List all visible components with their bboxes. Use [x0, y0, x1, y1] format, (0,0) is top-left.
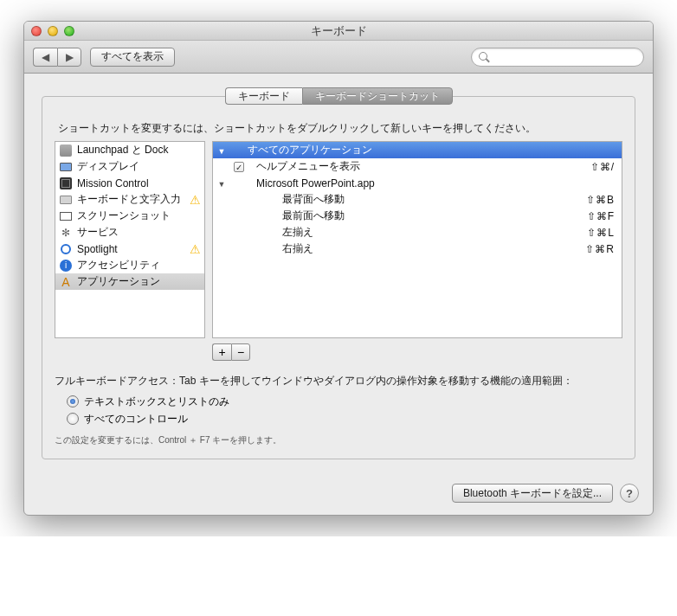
- checkbox-icon[interactable]: ✓: [234, 162, 244, 172]
- subgroup-label: Microsoft PowerPoint.app: [248, 177, 615, 189]
- search-field[interactable]: [471, 48, 644, 67]
- window-title: キーボード: [24, 23, 653, 39]
- bluetooth-setup-button[interactable]: Bluetooth キーボードを設定...: [452, 484, 613, 503]
- shortcut-keys: ⇧⌘/: [590, 161, 615, 173]
- close-icon[interactable]: [31, 26, 42, 36]
- gear-icon: ✻: [59, 226, 73, 240]
- add-button[interactable]: +: [212, 343, 231, 361]
- shortcut-label: 最背面へ移動: [248, 192, 586, 207]
- fka-opt1-label: テキストボックスとリストのみ: [84, 395, 229, 409]
- shortcut-label: ヘルプメニューを表示: [248, 159, 590, 174]
- preferences-window: キーボード ◀ ▶ すべてを表示 キーボード キーボードショートカット ショート…: [23, 21, 654, 516]
- fka-label: フルキーボードアクセス：Tab キーを押してウインドウやダイアログ内の操作対象を…: [55, 373, 622, 389]
- category-row[interactable]: ディスプレイ: [55, 158, 204, 175]
- shortcut-label: 左揃え: [248, 225, 587, 240]
- category-label: スクリーンショット: [77, 209, 171, 223]
- instruction-text: ショートカットを変更するには、ショートカットをダブルクリックして新しいキーを押し…: [58, 121, 622, 136]
- chevron-left-icon: ◀: [42, 51, 49, 63]
- category-row[interactable]: Mission Control: [55, 175, 204, 191]
- shortcuts-panel: ショートカットを変更するには、ショートカットをダブルクリックして新しいキーを押し…: [42, 96, 635, 459]
- shortcut-row[interactable]: 最背面へ移動⇧⌘B: [213, 191, 622, 208]
- fka-opt2-label: すべてのコントロール: [84, 412, 188, 427]
- shortcut-keys: ⇧⌘L: [587, 227, 615, 239]
- titlebar[interactable]: キーボード: [24, 22, 653, 41]
- zoom-icon[interactable]: [64, 26, 74, 36]
- category-list[interactable]: Launchpad と DockディスプレイMission Controlキーボ…: [55, 141, 205, 338]
- launchpad-icon: [59, 144, 73, 157]
- tab-keyboard[interactable]: キーボード: [225, 87, 302, 105]
- category-row[interactable]: ✻サービス: [55, 224, 204, 241]
- shortcut-subgroup-header[interactable]: Microsoft PowerPoint.app: [213, 175, 622, 191]
- remove-button[interactable]: −: [231, 343, 250, 361]
- category-row[interactable]: Spotlight⚠: [55, 241, 204, 257]
- radio-icon: [67, 413, 79, 425]
- shortcut-row[interactable]: 右揃え⇧⌘R: [213, 241, 622, 257]
- category-label: サービス: [77, 225, 119, 240]
- shortcut-list[interactable]: すべてのアプリケーション✓ヘルプメニューを表示⇧⌘/Microsoft Powe…: [212, 141, 622, 338]
- display-icon: [59, 160, 73, 174]
- shortcut-row[interactable]: ✓ヘルプメニューを表示⇧⌘/: [213, 158, 622, 175]
- help-button[interactable]: ?: [620, 484, 639, 503]
- shortcut-row[interactable]: 左揃え⇧⌘L: [213, 224, 622, 241]
- category-label: アクセシビリティ: [77, 258, 160, 273]
- minimize-icon[interactable]: [48, 26, 58, 36]
- warning-icon: ⚠: [190, 242, 201, 256]
- shortcut-row[interactable]: 最前面へ移動⇧⌘F: [213, 208, 622, 224]
- forward-button[interactable]: ▶: [57, 48, 81, 67]
- back-button[interactable]: ◀: [33, 48, 57, 67]
- fka-radio-all-controls[interactable]: すべてのコントロール: [67, 410, 622, 427]
- search-input[interactable]: [492, 51, 636, 63]
- shortcut-keys: ⇧⌘B: [586, 194, 615, 206]
- disclosure-icon: [213, 177, 230, 189]
- category-label: Spotlight: [77, 243, 118, 255]
- keyboard-icon: [59, 193, 73, 207]
- category-row[interactable]: Aアプリケーション: [55, 273, 204, 290]
- category-row[interactable]: スクリーンショット: [55, 208, 204, 224]
- tab-shortcuts[interactable]: キーボードショートカット: [302, 87, 453, 105]
- fka-hint: この設定を変更するには、Control ＋ F7 キーを押します。: [55, 434, 622, 446]
- category-label: キーボードと文字入力: [77, 192, 181, 207]
- category-row[interactable]: Launchpad と Dock: [55, 142, 204, 158]
- show-all-button[interactable]: すべてを表示: [90, 48, 175, 67]
- shortcut-keys: ⇧⌘R: [585, 243, 615, 255]
- mission-icon: [59, 176, 73, 190]
- search-icon: [479, 52, 488, 62]
- category-row[interactable]: iアクセシビリティ: [55, 257, 204, 273]
- shortcut-keys: ⇧⌘F: [587, 210, 615, 222]
- app-icon: A: [59, 275, 73, 289]
- chevron-right-icon: ▶: [66, 51, 74, 63]
- screenshot-icon: [59, 209, 73, 223]
- accessibility-icon: i: [59, 259, 73, 273]
- category-label: Mission Control: [77, 177, 149, 189]
- warning-icon: ⚠: [190, 193, 201, 207]
- category-label: アプリケーション: [77, 274, 160, 289]
- fka-radio-text-lists[interactable]: テキストボックスとリストのみ: [67, 393, 622, 410]
- disclosure-icon: [213, 144, 230, 157]
- category-label: Launchpad と Dock: [77, 143, 168, 157]
- group-label: すべてのアプリケーション: [248, 143, 615, 157]
- toolbar: ◀ ▶ すべてを表示: [24, 41, 653, 74]
- shortcut-group-header[interactable]: すべてのアプリケーション: [213, 142, 622, 158]
- radio-icon: [67, 395, 79, 407]
- category-row[interactable]: キーボードと文字入力⚠: [55, 191, 204, 208]
- category-label: ディスプレイ: [77, 159, 139, 174]
- shortcut-label: 右揃え: [248, 241, 585, 256]
- shortcut-label: 最前面へ移動: [248, 209, 587, 223]
- spotlight-icon: [59, 242, 73, 256]
